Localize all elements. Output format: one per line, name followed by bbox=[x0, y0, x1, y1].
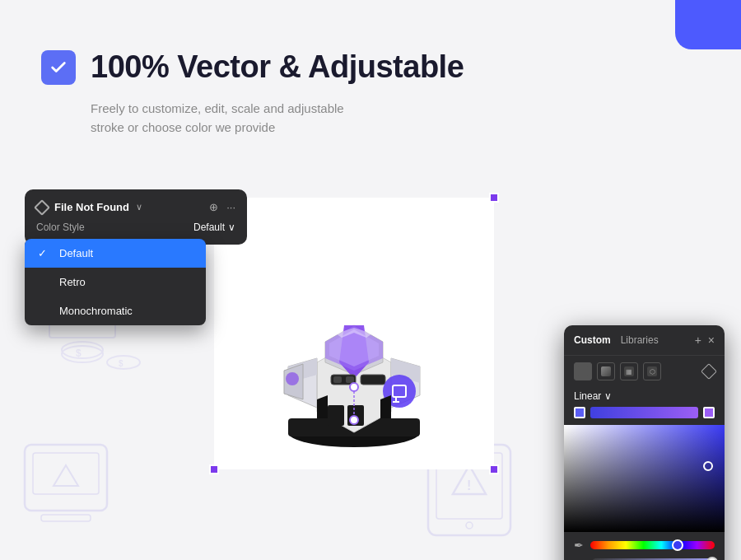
svg-text:$: $ bbox=[76, 348, 82, 359]
page-title: 100% Vector & Adjustable bbox=[91, 49, 464, 85]
check-icon: ✓ bbox=[38, 247, 51, 259]
main-area: $ $ ! File Not Found ∨ ⊕ ··· bbox=[0, 181, 741, 560]
svg-text:$: $ bbox=[119, 359, 124, 368]
svg-rect-24 bbox=[361, 375, 385, 385]
move-icon[interactable]: ⊕ bbox=[209, 201, 218, 213]
cp-tabs: Custom Libraries bbox=[574, 334, 659, 346]
image-color-btn[interactable]: ▦ bbox=[620, 362, 638, 380]
bg-illustration-bottom-left bbox=[16, 436, 165, 544]
tab-libraries[interactable]: Libraries bbox=[621, 334, 659, 346]
subtitle-line1: Freely to customize, edit, scale and adj… bbox=[91, 101, 344, 115]
cp-opacity-handle[interactable] bbox=[706, 557, 718, 560]
bg-accent-shape bbox=[675, 0, 741, 49]
svg-point-5 bbox=[62, 346, 103, 362]
gradient-stop-left[interactable] bbox=[574, 407, 585, 418]
gradient-track bbox=[590, 407, 698, 418]
close-icon[interactable]: × bbox=[708, 334, 715, 347]
svg-rect-23 bbox=[346, 376, 354, 383]
canvas-area bbox=[214, 198, 494, 469]
cp-shape-icon bbox=[701, 363, 717, 380]
linear-chevron: ∨ bbox=[604, 390, 612, 402]
dropdown-label-retro: Retro bbox=[59, 276, 86, 288]
linear-text: Linear bbox=[574, 390, 601, 402]
svg-marker-12 bbox=[54, 465, 78, 486]
selection-handle-br bbox=[489, 464, 499, 474]
add-icon[interactable]: + bbox=[695, 334, 701, 347]
color-style-value-group[interactable]: Default ∨ bbox=[193, 222, 235, 233]
svg-rect-30 bbox=[328, 405, 344, 426]
gradient-stop-right[interactable] bbox=[703, 407, 715, 418]
cp-color-handle[interactable] bbox=[703, 461, 713, 471]
cp-hue-handle[interactable] bbox=[672, 539, 683, 551]
more-icon[interactable]: ··· bbox=[226, 201, 235, 213]
cp-opacity-bar-container bbox=[564, 555, 725, 560]
cp-color-canvas[interactable] bbox=[564, 425, 725, 532]
cp-hue-bar-container: ✒ bbox=[564, 532, 725, 555]
svg-rect-11 bbox=[33, 453, 99, 494]
checkbox-icon bbox=[41, 50, 76, 85]
panel-title-group: File Not Found ∨ bbox=[36, 201, 142, 213]
cp-hue-bar[interactable] bbox=[590, 541, 715, 549]
header-subtitle: Freely to customize, edit, scale and adj… bbox=[91, 100, 486, 137]
svg-rect-13 bbox=[41, 515, 91, 521]
svg-point-33 bbox=[350, 416, 358, 424]
gradient-color-btn[interactable] bbox=[597, 362, 615, 380]
pattern-color-btn[interactable]: ⬡ bbox=[643, 362, 661, 380]
tab-custom[interactable]: Custom bbox=[574, 334, 611, 346]
panel-actions: ⊕ ··· bbox=[209, 201, 235, 213]
selection-handle-tr bbox=[489, 193, 499, 203]
color-picker-panel: Custom Libraries + × ▦ ⬡ bbox=[564, 325, 725, 560]
chevron-down-icon[interactable]: ∨ bbox=[136, 202, 142, 212]
color-style-dropdown: ✓ Default Retro Monochromatic bbox=[25, 239, 206, 325]
dropdown-label-default: Default bbox=[59, 247, 93, 259]
svg-point-18 bbox=[466, 522, 473, 529]
diamond-icon bbox=[34, 199, 50, 216]
cp-header-actions: + × bbox=[695, 334, 715, 347]
panel-title: File Not Found bbox=[54, 201, 129, 213]
svg-point-6 bbox=[62, 342, 103, 358]
cp-gradient-bar bbox=[564, 407, 725, 425]
color-style-value: Default bbox=[193, 222, 225, 233]
cp-linear-label: Linear ∨ bbox=[564, 387, 725, 407]
header-top: 100% Vector & Adjustable bbox=[41, 49, 700, 85]
svg-point-32 bbox=[350, 383, 358, 391]
subtitle-line2: stroke or choose color we provide bbox=[91, 120, 275, 134]
color-style-chevron: ∨ bbox=[228, 222, 235, 233]
panel-header: File Not Found ∨ ⊕ ··· bbox=[36, 201, 235, 213]
panel-color-style-row: Color Style Default ∨ bbox=[36, 222, 235, 233]
dropdown-item-default[interactable]: ✓ Default bbox=[25, 239, 206, 268]
solid-color-btn[interactable] bbox=[574, 362, 592, 380]
dropdown-item-retro[interactable]: Retro bbox=[25, 268, 206, 296]
robot-illustration bbox=[239, 214, 469, 453]
svg-rect-10 bbox=[25, 445, 107, 511]
dropdown-item-mono[interactable]: Monochromatic bbox=[25, 296, 206, 325]
cp-header: Custom Libraries + × bbox=[564, 325, 725, 356]
svg-point-8 bbox=[107, 356, 140, 369]
eyedropper-icon[interactable]: ✒ bbox=[574, 539, 584, 552]
color-style-label: Color Style bbox=[36, 222, 85, 233]
cp-color-types: ▦ ⬡ bbox=[564, 356, 725, 387]
svg-text:!: ! bbox=[467, 478, 471, 492]
dropdown-label-mono: Monochromatic bbox=[59, 305, 133, 317]
svg-point-29 bbox=[286, 372, 299, 385]
selection-handle-bl bbox=[209, 464, 219, 474]
figma-panel: File Not Found ∨ ⊕ ··· Color Style Defau… bbox=[25, 189, 247, 245]
svg-rect-22 bbox=[333, 376, 342, 383]
header-section: 100% Vector & Adjustable Freely to custo… bbox=[41, 49, 700, 137]
